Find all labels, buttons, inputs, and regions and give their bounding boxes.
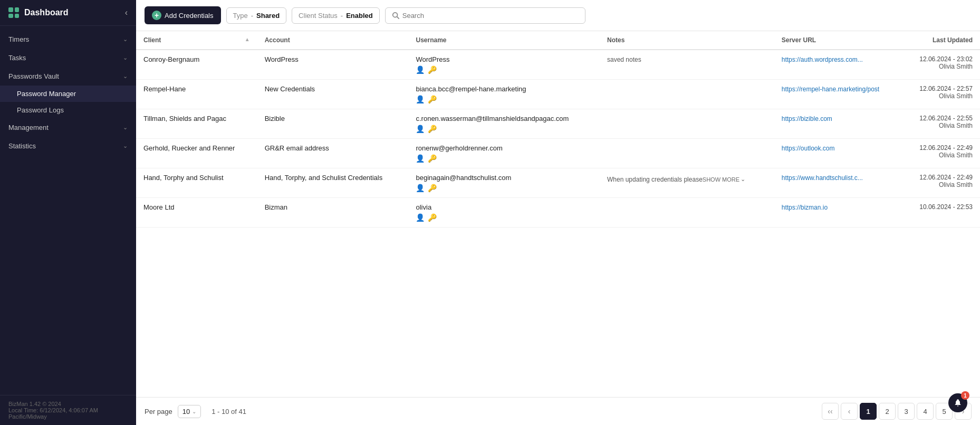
server-url-link[interactable]: https://outlook.com xyxy=(782,145,835,152)
user-icon[interactable]: 👤 xyxy=(416,154,425,163)
sidebar-item-password-manager[interactable]: Password Manager xyxy=(0,86,136,102)
key-icon[interactable]: 🔑 xyxy=(428,213,437,222)
credentials-table: Client ▲ Account Username Notes Server U… xyxy=(136,31,980,228)
cell-account: Hand, Torphy, and Schulist Credentials xyxy=(257,168,409,198)
cell-notes xyxy=(600,109,774,139)
cell-last-updated: 12.06.2024 - 22:49Olivia Smith xyxy=(902,139,980,168)
add-credentials-label: Add Credentials xyxy=(165,12,214,20)
sidebar-item-password-logs[interactable]: Password Logs xyxy=(0,102,136,118)
cell-notes: When updating credentials pleaseSHOW MOR… xyxy=(600,168,774,198)
cell-client: Rempel-Hane xyxy=(136,80,257,109)
sidebar-item-statistics[interactable]: Statistics ⌄ xyxy=(0,137,136,155)
author-name: Olivia Smith xyxy=(910,92,973,100)
cell-last-updated: 10.06.2024 - 22:53 xyxy=(902,198,980,228)
cell-notes xyxy=(600,80,774,109)
show-more-button[interactable]: SHOW MORE ⌄ xyxy=(703,176,745,183)
collapse-sidebar-button[interactable]: ‹ xyxy=(125,8,128,17)
cell-server-url: https://bizman.io xyxy=(774,198,902,228)
page-prev-button[interactable]: ‹ xyxy=(841,403,858,420)
sidebar-nav: Timers ⌄ Tasks ⌄ Passwords Vault ⌄ Passw… xyxy=(0,26,136,395)
sidebar-item-passwords-vault[interactable]: Passwords Vault ⌄ xyxy=(0,67,136,86)
key-icon[interactable]: 🔑 xyxy=(428,154,437,163)
page-range-info: 1 - 10 of 41 xyxy=(212,408,246,415)
username-icons: 👤 🔑 xyxy=(416,154,592,163)
cell-client: Moore Ltd xyxy=(136,198,257,228)
sidebar-item-management[interactable]: Management ⌄ xyxy=(0,118,136,137)
chevron-down-icon: ⌄ xyxy=(741,176,745,183)
server-url-link[interactable]: https://auth.wordpress.com... xyxy=(782,56,863,63)
cell-server-url: https://outlook.com xyxy=(774,139,902,168)
sidebar-password-manager-label: Password Manager xyxy=(17,90,76,98)
cell-username: ronenw@gerholdrenner.com 👤 🔑 xyxy=(408,139,600,168)
author-name: Olivia Smith xyxy=(910,181,973,188)
table-header-row: Client ▲ Account Username Notes Server U… xyxy=(136,31,980,50)
chevron-down-icon: ⌄ xyxy=(123,143,128,149)
page-4-button[interactable]: 4 xyxy=(917,403,934,420)
key-icon[interactable]: 🔑 xyxy=(428,65,437,74)
timestamp: 10.06.2024 - 22:53 xyxy=(910,203,973,211)
key-icon[interactable]: 🔑 xyxy=(428,95,437,103)
server-url-link[interactable]: https://rempel-hane.marketing/post xyxy=(782,86,879,93)
app-title: Dashboard xyxy=(24,8,69,17)
filter-status-chip[interactable]: Client Status - Enabled xyxy=(292,7,380,24)
server-url-link[interactable]: https://bizible.com xyxy=(782,115,832,122)
search-input[interactable] xyxy=(402,12,579,20)
page-1-button[interactable]: 1 xyxy=(860,403,877,420)
server-url-link[interactable]: https://bizman.io xyxy=(782,204,828,211)
sidebar-statistics-label: Statistics xyxy=(8,142,123,150)
timestamp: 12.06.2024 - 22:57 xyxy=(910,85,973,92)
cell-last-updated: 12.06.2024 - 22:49Olivia Smith xyxy=(902,168,980,198)
table-row: Gerhold, Ruecker and RennerGR&R email ad… xyxy=(136,139,980,168)
key-icon[interactable]: 🔑 xyxy=(428,125,437,133)
user-icon[interactable]: 👤 xyxy=(416,125,425,133)
sidebar-item-tasks[interactable]: Tasks ⌄ xyxy=(0,49,136,67)
cell-server-url: https://rempel-hane.marketing/post xyxy=(774,80,902,109)
filter-status-value: Enabled xyxy=(346,12,373,20)
page-first-button[interactable]: ‹‹ xyxy=(822,403,839,420)
user-icon[interactable]: 👤 xyxy=(416,184,425,192)
user-icon[interactable]: 👤 xyxy=(416,95,425,103)
filter-type-dash: - xyxy=(251,12,253,20)
sidebar-item-timers[interactable]: Timers ⌄ xyxy=(0,30,136,49)
sidebar-passwords-vault-label: Passwords Vault xyxy=(8,72,123,80)
cell-last-updated: 12.06.2024 - 22:55Olivia Smith xyxy=(902,109,980,139)
table-row: Moore LtdBizmanolivia 👤 🔑 https://bizman… xyxy=(136,198,980,228)
add-credentials-button[interactable]: + Add Credentials xyxy=(145,6,221,24)
cell-account: GR&R email address xyxy=(257,139,409,168)
toolbar: + Add Credentials Type - Shared Client S… xyxy=(136,0,980,31)
server-url-link[interactable]: https://www.handtschulist.c... xyxy=(782,174,863,182)
username-icons: 👤 🔑 xyxy=(416,65,592,74)
page-3-button[interactable]: 3 xyxy=(898,403,915,420)
cell-account: Bizible xyxy=(257,109,409,139)
cell-last-updated: 12.06.2024 - 23:02Olivia Smith xyxy=(902,50,980,80)
search-icon xyxy=(392,12,399,19)
col-server-url: Server URL xyxy=(774,31,902,50)
key-icon[interactable]: 🔑 xyxy=(428,184,437,192)
username-text: ronenw@gerholdrenner.com xyxy=(416,144,502,152)
col-notes: Notes xyxy=(600,31,774,50)
sidebar-footer: BizMan 1.42 © 2024 Local Time: 6/12/2024… xyxy=(0,395,136,425)
per-page-select[interactable]: 10 ⌄ xyxy=(178,405,201,418)
logo-grid-icon xyxy=(8,7,19,18)
user-icon[interactable]: 👤 xyxy=(416,65,425,74)
filter-type-key: Type xyxy=(233,12,248,20)
author-name: Olivia Smith xyxy=(910,122,973,129)
chevron-down-icon: ⌄ xyxy=(123,124,128,131)
note-text: When updating credentials please xyxy=(607,176,703,183)
page-2-button[interactable]: 2 xyxy=(879,403,896,420)
chevron-down-icon: ⌄ xyxy=(123,54,128,61)
timestamp: 12.06.2024 - 22:49 xyxy=(910,144,973,152)
sidebar-logo: Dashboard xyxy=(8,7,69,18)
chevron-down-icon: ⌄ xyxy=(123,73,128,80)
timestamp: 12.06.2024 - 23:02 xyxy=(910,55,973,63)
notification-count: 1 xyxy=(961,391,969,400)
chevron-down-icon: ⌄ xyxy=(192,409,196,414)
notification-badge[interactable]: 1 xyxy=(948,393,967,412)
user-icon[interactable]: 👤 xyxy=(416,213,425,222)
per-page-value: 10 xyxy=(182,408,190,415)
username-icons: 👤 🔑 xyxy=(416,125,592,133)
filter-type-chip[interactable]: Type - Shared xyxy=(226,7,287,24)
cell-account: WordPress xyxy=(257,50,409,80)
table-row: Tillman, Shields and PagacBiziblec.ronen… xyxy=(136,109,980,139)
cell-notes xyxy=(600,139,774,168)
